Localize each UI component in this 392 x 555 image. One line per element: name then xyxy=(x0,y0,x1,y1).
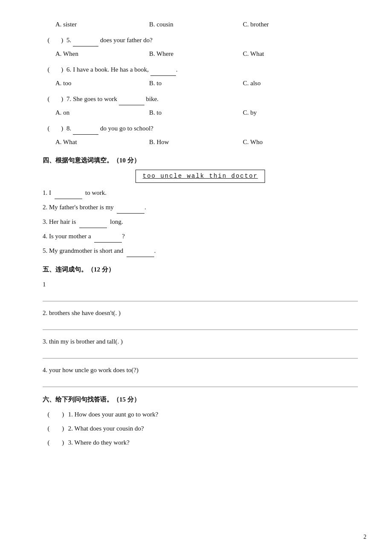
q6-options: A. too B. to C. also xyxy=(55,78,358,89)
q5-blank xyxy=(73,35,98,46)
q7-text: She goes to work bike. xyxy=(73,93,159,105)
q5-options: A. When B. Where C. What xyxy=(55,48,358,60)
answer-line-4 xyxy=(43,378,358,387)
q7-option-a: A. on xyxy=(55,107,149,119)
q8-option-a: A. What xyxy=(55,136,149,148)
q6-num: 6. xyxy=(66,64,71,75)
option-c-brother: C. brother xyxy=(243,19,337,30)
page-number: 2 xyxy=(363,532,366,542)
match-q3-num: 3. xyxy=(68,439,73,446)
q7-options: A. on B. to C. by xyxy=(55,107,358,119)
q5-text: does your father do? xyxy=(98,35,153,46)
mc-questions: ( ) 5. does your father do? A. When B. W… xyxy=(43,35,358,148)
fill-q3: 3. Her hair is long. xyxy=(43,216,358,228)
q7-paren: ( xyxy=(43,93,55,105)
mc-q6-row: ( ) 6. I have a book. He has a book, . xyxy=(43,64,358,76)
section4: 四、根据句意选词填空。（10 分） too uncle walk thin do… xyxy=(43,155,358,257)
q8-num: 8. xyxy=(66,123,71,134)
section4-title: 四、根据句意选词填空。（10 分） xyxy=(43,155,358,166)
q7-paren-close: ) xyxy=(55,93,66,105)
q5-option-a: A. When xyxy=(55,48,149,60)
match-q1-num: 1. xyxy=(68,411,73,418)
answer-line-1 xyxy=(43,292,358,301)
q7-option-b: B. to xyxy=(149,107,243,119)
mc-q8-row: ( ) 8. do you go to school? xyxy=(43,123,358,135)
q8-paren-close: ) xyxy=(55,123,66,134)
match-q1: ( ) 1. How does your aunt go to work? xyxy=(43,409,358,420)
match-q2: ( ) 2. What does your cousin do? xyxy=(43,423,358,434)
fill-q1: 1. I to work. xyxy=(43,187,358,199)
q4-options-row: A. sister B. cousin C. brother xyxy=(55,19,358,30)
q7-num: 7. xyxy=(66,93,71,105)
answer-line-2 xyxy=(43,321,358,330)
reorder-q4: 4. your how uncle go work does to(?) xyxy=(43,364,358,376)
q5-num: 5. xyxy=(66,35,71,46)
q5-paren-close: ) xyxy=(55,35,66,46)
q8-option-b: B. How xyxy=(149,136,243,148)
mc-q5-row: ( ) 5. does your father do? xyxy=(43,35,358,46)
q6-option-b: B. to xyxy=(149,78,243,89)
mc-q7-row: ( ) 7. She goes to work bike. xyxy=(43,93,358,105)
fill-q4: 4. Is your mother a ? xyxy=(43,231,358,243)
fill-q5: 5. My grandmother is short and . xyxy=(43,245,358,257)
q5-option-b: B. Where xyxy=(149,48,243,60)
section5-title: 五、连词成句。（12 分） xyxy=(43,264,358,275)
reorder-q1: 1 xyxy=(43,279,358,290)
section6: 六、给下列问句找答语。（15 分） ( ) 1. How does your a… xyxy=(43,394,358,448)
q6-text: I have a book. He has a book, . xyxy=(73,64,177,76)
option-a-sister: A. sister xyxy=(55,19,149,30)
q6-option-a: A. too xyxy=(55,78,149,89)
q6-option-c: C. also xyxy=(243,78,337,89)
option-b-cousin: B. cousin xyxy=(149,19,243,30)
q6-paren: ( xyxy=(43,64,55,75)
q8-options: A. What B. How C. Who xyxy=(55,136,358,148)
match-q3: ( ) 3. Where do they work? xyxy=(43,437,358,448)
q7-option-c: C. by xyxy=(243,107,337,119)
match-q2-num: 2. xyxy=(68,425,73,432)
reorder-q2: 2. brothers she have doesn't(. ) xyxy=(43,307,358,319)
answer-line-3 xyxy=(43,349,358,358)
reorder-q3: 3. thin my is brother and tall(. ) xyxy=(43,336,358,347)
section5: 五、连词成句。（12 分） 1 2. brothers she have doe… xyxy=(43,264,358,387)
q5-paren: ( xyxy=(43,35,55,46)
fill-q2: 2. My father's brother is my . xyxy=(43,202,358,214)
word-bank: too uncle walk thin doctor xyxy=(135,170,265,183)
q8-text: do you go to school? xyxy=(73,123,153,135)
q8-paren: ( xyxy=(43,123,55,134)
q6-paren-close: ) xyxy=(55,64,66,75)
q8-option-c: C. Who xyxy=(243,136,337,148)
section6-title: 六、给下列问句找答语。（15 分） xyxy=(43,394,358,405)
q5-option-c: C. What xyxy=(243,48,337,60)
